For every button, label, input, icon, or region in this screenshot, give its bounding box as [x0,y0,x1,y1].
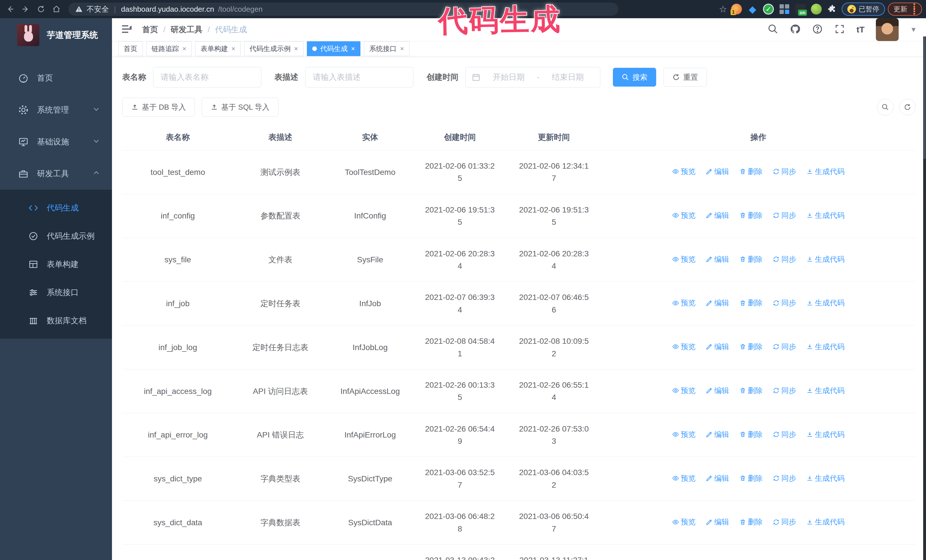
extension-grid-icon[interactable] [778,3,791,16]
sidebar-item-codegen-demo[interactable]: 代码生成示例 [0,222,112,250]
sync-link[interactable]: 同步 [773,166,796,177]
forward-button[interactable] [20,3,32,15]
extensions-puzzle-icon[interactable] [826,3,839,16]
sync-link[interactable]: 同步 [773,341,796,352]
close-icon[interactable]: × [351,45,355,53]
generate-code-link[interactable]: 生成代码 [806,516,844,528]
delete-link[interactable]: 删除 [739,472,763,484]
profile-paused-chip[interactable]: 已暂停 [842,3,885,16]
delete-link[interactable]: 删除 [739,429,763,440]
preview-link[interactable]: 预览 [672,385,696,396]
window-scrollbar[interactable] [923,36,926,560]
security-label[interactable]: 不安全 [86,4,109,14]
preview-link[interactable]: 预览 [672,166,696,177]
delete-link[interactable]: 删除 [739,254,763,265]
import-db-button[interactable]: 基于 DB 导入 [122,98,195,116]
tab-tracing[interactable]: 链路追踪 × [146,41,192,56]
browser-menu-icon[interactable]: ⋮⋮ [910,5,916,14]
edit-link[interactable]: 编辑 [706,166,729,177]
generate-code-link[interactable]: 生成代码 [806,341,844,352]
avatar[interactable] [876,18,899,41]
sidebar-item-system-api[interactable]: 系统接口 [0,278,112,306]
browser-update-button[interactable]: 更新 ⋮⋮ [888,3,922,16]
preview-link[interactable]: 预览 [672,429,696,440]
delete-link[interactable]: 删除 [739,516,763,528]
sidebar-item-form-builder[interactable]: 表单构建 [0,250,112,278]
generate-code-link[interactable]: 生成代码 [806,385,844,396]
reset-button[interactable]: 重置 [664,68,707,87]
header-search-icon[interactable] [767,24,778,36]
avatar-caret-icon[interactable]: ▼ [910,26,917,33]
extension-proxy-icon[interactable]: 1 [730,3,743,16]
sync-link[interactable]: 同步 [773,472,796,484]
sidebar-item-devtools[interactable]: 研发工具 [0,158,112,190]
address-bar[interactable]: 不安全 | dashboard.yudao.iocoder.cn/tool/co… [68,3,618,16]
edit-link[interactable]: 编辑 [706,210,729,221]
table-name-input[interactable] [153,67,261,88]
refresh-table-button[interactable] [899,99,916,115]
preview-link[interactable]: 预览 [672,472,696,484]
delete-link[interactable]: 删除 [739,341,763,352]
sidebar-item-codegen[interactable]: 代码生成 [0,194,112,222]
generate-code-link[interactable]: 生成代码 [806,166,844,177]
home-button[interactable] [50,3,63,15]
sync-link[interactable]: 同步 [773,516,796,528]
preview-link[interactable]: 预览 [672,516,696,528]
tab-form-builder[interactable]: 表单构建 × [195,41,241,56]
github-icon[interactable] [790,24,800,36]
sync-link[interactable]: 同步 [773,254,796,265]
tab-system-api[interactable]: 系统接口 × [364,41,409,56]
generate-code-link[interactable]: 生成代码 [806,254,844,265]
extension-check-icon[interactable]: ✓ [762,3,775,16]
tab-codegen-demo[interactable]: 代码生成示例 × [244,41,303,56]
security-warning-icon[interactable] [75,5,83,13]
edit-link[interactable]: 编辑 [706,341,729,352]
edit-link[interactable]: 编辑 [706,472,729,484]
tab-codegen[interactable]: 代码生成 × [307,41,360,56]
edit-link[interactable]: 编辑 [706,254,729,265]
preview-link[interactable]: 预览 [672,297,696,308]
sidebar-item-home[interactable]: 首页 [0,62,112,94]
sidebar-item-system[interactable]: 系统管理 [0,94,112,126]
extension-green-icon[interactable] [810,3,823,16]
sync-link[interactable]: 同步 [773,385,796,396]
start-date-placeholder[interactable]: 开始日期 [483,72,534,83]
toggle-search-button[interactable] [877,99,894,115]
generate-code-link[interactable]: 生成代码 [806,472,844,484]
end-date-placeholder[interactable]: 结束日期 [542,72,594,83]
date-range-picker[interactable]: 开始日期 - 结束日期 [465,67,600,88]
sidebar-item-db-doc[interactable]: 数据库文档 [0,306,112,335]
generate-code-link[interactable]: 生成代码 [806,210,844,221]
preview-link[interactable]: 预览 [672,210,696,221]
close-icon[interactable]: × [232,45,235,53]
delete-link[interactable]: 删除 [739,166,763,177]
bookmark-star-icon[interactable]: ☆ [719,4,727,15]
scrollbar-thumb[interactable] [923,36,926,159]
help-icon[interactable] [812,24,823,36]
preview-link[interactable]: 预览 [672,341,696,352]
delete-link[interactable]: 删除 [739,385,763,396]
back-button[interactable] [4,3,17,15]
extension-tampermonkey-icon[interactable]: on [794,3,807,16]
fullscreen-icon[interactable] [834,24,845,36]
extension-gem-icon[interactable]: ◆ [746,3,759,16]
sync-link[interactable]: 同步 [773,297,796,308]
edit-link[interactable]: 编辑 [706,385,729,396]
sidebar-logo-row[interactable]: 芋道管理系统 [0,18,112,52]
close-icon[interactable]: × [400,45,404,53]
delete-link[interactable]: 删除 [739,297,763,308]
delete-link[interactable]: 删除 [739,210,763,221]
reload-button[interactable] [35,3,47,15]
font-size-icon[interactable]: tT [856,25,864,35]
import-sql-button[interactable]: 基于 SQL 导入 [202,98,278,116]
generate-code-link[interactable]: 生成代码 [806,429,844,440]
edit-link[interactable]: 编辑 [706,516,729,528]
edit-link[interactable]: 编辑 [706,429,729,440]
sync-link[interactable]: 同步 [773,429,796,440]
preview-link[interactable]: 预览 [672,254,696,265]
breadcrumb-home[interactable]: 首页 [142,24,158,35]
sidebar-item-infra[interactable]: 基础设施 [0,126,112,158]
table-desc-input[interactable] [305,67,413,88]
generate-code-link[interactable]: 生成代码 [806,297,844,308]
breadcrumb-devtools[interactable]: 研发工具 [171,24,203,35]
